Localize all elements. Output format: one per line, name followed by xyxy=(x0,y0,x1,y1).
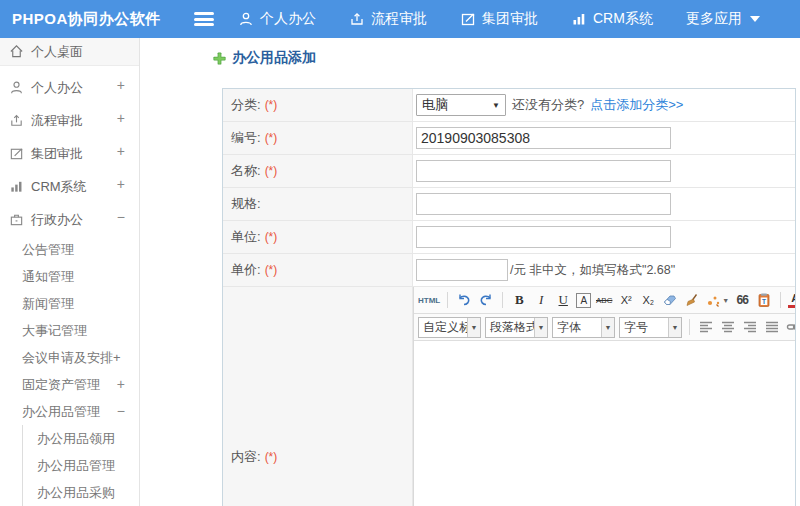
font-color-glyph: A xyxy=(791,293,795,304)
nav-more-apps[interactable]: 更多应用 xyxy=(686,10,760,28)
select-arrow-icon: ▼ xyxy=(601,318,614,337)
html-source-button[interactable]: HTML xyxy=(418,290,440,310)
align-left-icon xyxy=(698,319,714,335)
sidebar-item-desktop[interactable]: 个人桌面 xyxy=(0,38,139,66)
add-icon xyxy=(212,51,227,66)
category-select[interactable]: 电脑 ▼ xyxy=(416,94,506,116)
sidebar-item-label: 集团审批 xyxy=(31,140,83,168)
redo-button[interactable] xyxy=(477,290,495,310)
sidebar-subitem-label: 通知管理 xyxy=(22,269,74,284)
align-left-button[interactable] xyxy=(697,317,715,337)
sidebar-item-supplies-manage[interactable]: 办公用品管理 xyxy=(23,452,139,479)
nav-workflow-approval[interactable]: 流程审批 xyxy=(349,10,427,28)
sidebar-item-notice-mgmt[interactable]: 通知管理 xyxy=(0,263,139,290)
sidebar-item-meeting-mgmt[interactable]: 会议申请及安排+ xyxy=(0,344,139,371)
expand-toggle[interactable]: + xyxy=(113,350,121,365)
collapse-toggle[interactable]: − xyxy=(117,398,125,425)
nav-group-approval[interactable]: 集团审批 xyxy=(460,10,538,28)
paste-button[interactable]: T xyxy=(755,290,773,310)
nav-crm-system[interactable]: CRM系统 xyxy=(571,10,653,28)
hamburger-menu-icon[interactable] xyxy=(194,12,214,26)
paragraph-format-select[interactable]: 段落格式 ▼ xyxy=(485,317,548,338)
font-color-button[interactable]: A xyxy=(788,290,795,310)
nav-label: 流程审批 xyxy=(371,10,427,28)
eraser-button[interactable] xyxy=(661,290,679,310)
caret-down-icon xyxy=(750,16,760,22)
sidebar-item-events-mgmt[interactable]: 大事记管理 xyxy=(0,317,139,344)
collapse-toggle[interactable]: − xyxy=(117,203,125,231)
sidebar-supplies-group: 办公用品领用 办公用品管理 办公用品采购 xyxy=(22,425,139,506)
price-format-hint: /元 非中文，如填写格式"2.68" xyxy=(510,262,675,279)
sidebar-item-personal-office[interactable]: 个人办公 + xyxy=(0,71,139,104)
sidebar-item-group-approval[interactable]: 集团审批 + xyxy=(0,137,139,170)
subscript-button[interactable]: X₂ xyxy=(639,290,657,310)
code-label: 编号: xyxy=(231,129,261,147)
font-family-select[interactable]: 字体 ▼ xyxy=(552,317,615,338)
superscript-button[interactable]: X² xyxy=(617,290,635,310)
sidebar-item-label: 流程审批 xyxy=(31,107,83,135)
sidebar-item-announcement-mgmt[interactable]: 公告管理 xyxy=(0,236,139,263)
expand-toggle[interactable]: + xyxy=(117,71,125,99)
sidebar-item-fixed-assets-mgmt[interactable]: 固定资产管理 + xyxy=(0,371,139,398)
sidebar-item-office-supplies-mgmt[interactable]: 办公用品管理 − xyxy=(0,398,139,425)
top-navigation: 个人办公 流程审批 集团审批 CRM系统 更多应用 xyxy=(238,0,760,38)
align-justify-button[interactable] xyxy=(763,317,781,337)
font-border-button[interactable]: A xyxy=(576,293,591,308)
undo-button[interactable] xyxy=(455,290,473,310)
rich-text-editor: HTML B xyxy=(413,287,795,506)
format-clean-button[interactable] xyxy=(683,290,701,310)
select-arrow-icon: ▼ xyxy=(492,101,500,110)
font-size-select[interactable]: 字号 ▼ xyxy=(619,317,682,338)
price-input[interactable] xyxy=(416,259,508,281)
nav-personal-office[interactable]: 个人办公 xyxy=(238,10,316,28)
edit-icon xyxy=(9,146,24,161)
sidebar-subitem-label: 新闻管理 xyxy=(22,296,74,311)
align-right-icon xyxy=(742,319,758,335)
sidebar-item-crm[interactable]: CRM系统 + xyxy=(0,170,139,203)
form-row-code: 编号: (*) xyxy=(223,122,795,155)
expand-toggle[interactable]: + xyxy=(117,104,125,132)
sidebar-item-supplies-purchase[interactable]: 办公用品采购 xyxy=(23,479,139,506)
sidebar-item-news-mgmt[interactable]: 新闻管理 xyxy=(0,290,139,317)
align-right-button[interactable] xyxy=(741,317,759,337)
form-row-content: 内容: (*) HTML xyxy=(223,287,795,506)
process-icon xyxy=(349,11,365,27)
form-row-spec: 规格: xyxy=(223,188,795,221)
user-icon xyxy=(9,80,24,95)
add-category-link[interactable]: 点击添加分类>> xyxy=(590,96,683,114)
category-hint: 还没有分类? xyxy=(512,96,584,114)
nav-label: CRM系统 xyxy=(593,10,653,28)
insert-link-button[interactable] xyxy=(785,317,795,337)
sidebar-item-workflow-approval[interactable]: 流程审批 + xyxy=(0,104,139,137)
sidebar-item-admin-office[interactable]: 行政办公 − xyxy=(0,203,139,236)
align-center-button[interactable] xyxy=(719,317,737,337)
expand-toggle[interactable]: + xyxy=(117,137,125,165)
blockquote-button[interactable]: 66 xyxy=(733,290,751,310)
expand-toggle[interactable]: + xyxy=(117,371,125,398)
expand-toggle[interactable]: + xyxy=(117,170,125,198)
select-value: 段落格式 xyxy=(486,318,534,337)
editor-content-area[interactable] xyxy=(414,341,795,506)
spec-input[interactable] xyxy=(416,193,671,215)
process-icon xyxy=(9,113,24,128)
code-input[interactable] xyxy=(416,127,671,149)
bold-button[interactable]: B xyxy=(510,290,528,310)
form-row-unit: 单位: (*) xyxy=(223,221,795,254)
underline-button[interactable]: U xyxy=(554,290,572,310)
form-row-category: 分类: (*) 电脑 ▼ 还没有分类? 点击添加分类>> xyxy=(223,89,795,122)
strikethrough-button[interactable]: ABC xyxy=(595,290,613,310)
page-title: 办公用品添加 xyxy=(212,49,316,67)
auto-typeset-button[interactable]: ▼ xyxy=(705,290,729,310)
name-input[interactable] xyxy=(416,160,671,182)
eraser-icon xyxy=(662,292,678,308)
unit-input[interactable] xyxy=(416,226,671,248)
sidebar-item-supplies-claim[interactable]: 办公用品领用 xyxy=(23,425,139,452)
clipboard-icon: T xyxy=(756,292,772,308)
custom-title-select[interactable]: 自定义标题 ▼ xyxy=(418,317,481,338)
italic-button[interactable]: I xyxy=(532,290,550,310)
required-mark: (*) xyxy=(265,98,278,112)
undo-icon xyxy=(456,292,472,308)
name-label: 名称: xyxy=(231,162,261,180)
supply-add-form: 分类: (*) 电脑 ▼ 还没有分类? 点击添加分类>> 编号: (*) xyxy=(222,88,796,506)
price-label: 单价: xyxy=(231,261,261,279)
